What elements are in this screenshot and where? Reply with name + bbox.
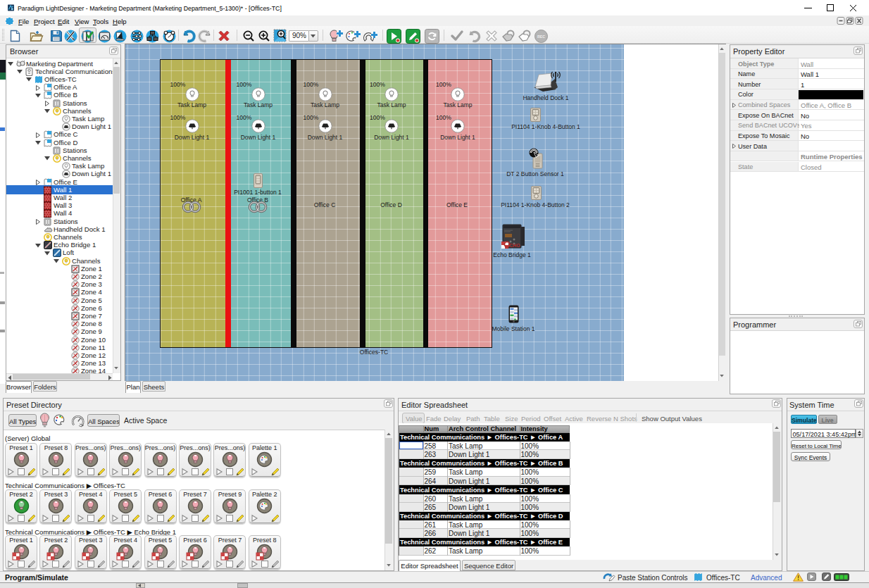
svg-text:REC: REC	[537, 35, 545, 39]
svg-text:CHO: CHO	[509, 243, 520, 248]
